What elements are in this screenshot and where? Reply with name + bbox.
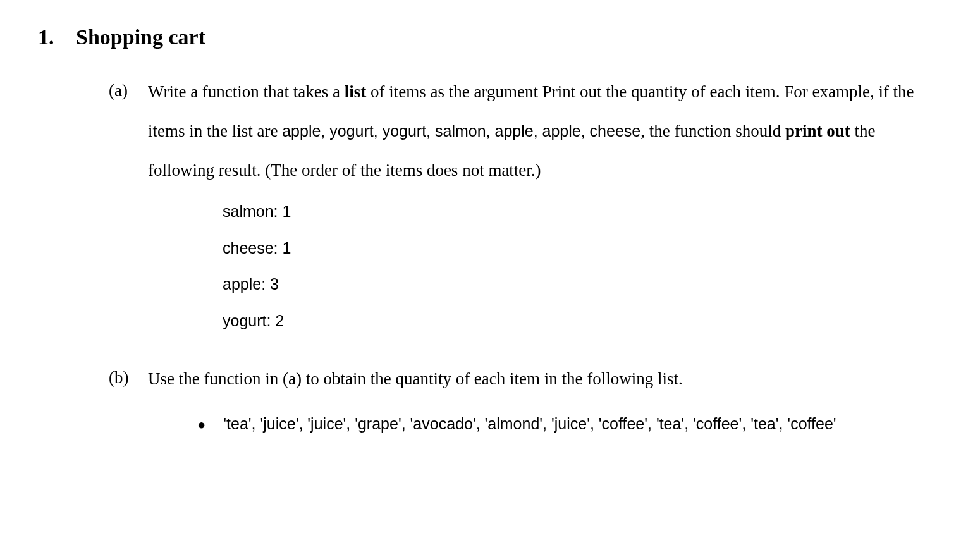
mono-items-example: apple, yogurt, yogurt, salmon, apple, ap… [282,122,640,140]
output-line: cheese: 1 [223,230,942,267]
bullet-list: ● 'tea', 'juice', 'juice', 'grape', 'avo… [197,405,942,443]
bold-list: list [345,82,367,101]
output-line: salmon: 1 [223,193,942,230]
problem-heading: 1. Shopping cart [38,25,942,49]
output-block: salmon: 1 cheese: 1 apple: 3 yogurt: 2 [223,193,942,339]
text-a-1: Write a function that takes a [148,82,345,101]
enum-item-a: (a) Write a function that takes a list o… [109,72,942,352]
text-b: Use the function in (a) to obtain the qu… [148,369,683,388]
bullet-icon: ● [197,405,205,442]
output-line: apple: 3 [223,266,942,303]
enum-body-b: Use the function in (a) to obtain the qu… [148,359,942,443]
enum-label-b: (b) [109,359,134,443]
output-line: yogurt: 2 [223,303,942,340]
bullet-text: 'tea', 'juice', 'juice', 'grape', 'avoca… [223,405,942,443]
problem-number: 1. [38,25,66,49]
enum-item-b: (b) Use the function in (a) to obtain th… [109,359,942,443]
enum-body-a: Write a function that takes a list of it… [148,72,942,352]
text-a-3: , the function should [640,121,785,140]
problem-title: Shopping cart [76,25,205,49]
bullet-item: ● 'tea', 'juice', 'juice', 'grape', 'avo… [197,405,942,443]
enum-list: (a) Write a function that takes a list o… [109,72,942,443]
bold-printout: print out [785,121,850,140]
enum-label-a: (a) [109,72,134,352]
